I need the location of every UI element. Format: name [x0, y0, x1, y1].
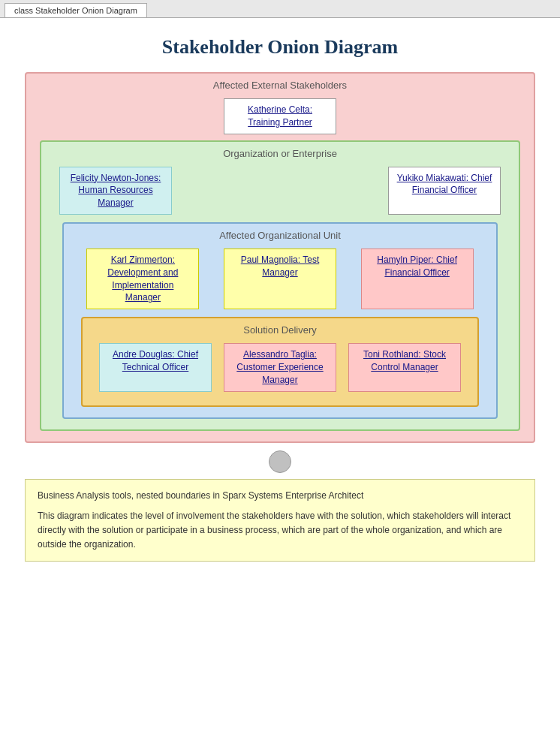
- layer-org-unit: Affected Organizational Unit Karl Zimmer…: [62, 222, 498, 419]
- stakeholder-toni[interactable]: Toni Rothland: Stock Control Manager: [348, 343, 461, 391]
- tab-bar: class Stakeholder Onion Diagram: [0, 0, 560, 18]
- stakeholder-felicity[interactable]: Felicity Newton-Jones: Human Resources M…: [59, 167, 172, 215]
- notes-body: This diagram indicates the level of invo…: [38, 509, 522, 553]
- solution-label: Solution Delivery: [93, 324, 467, 336]
- stakeholder-paul[interactable]: Paul Magnolia: Test Manager: [224, 249, 336, 309]
- stakeholder-katherine[interactable]: Katherine Celta: Training Partner: [224, 98, 336, 134]
- solution-row: Andre Douglas: Chief Technical Officer A…: [93, 343, 467, 391]
- stakeholder-karl[interactable]: Karl Zimmerton: Development and Implemen…: [86, 249, 199, 309]
- stakeholder-yukiko[interactable]: Yukiko Miakawati: Chief Financial Office…: [388, 167, 501, 215]
- diagram-tab[interactable]: class Stakeholder Onion Diagram: [5, 3, 147, 17]
- org-unit-label: Affected Organizational Unit: [74, 230, 486, 241]
- layer-solution: Solution Delivery Andre Douglas: Chief T…: [81, 317, 479, 406]
- divider-handle[interactable]: [269, 450, 291, 473]
- notes-box: Business Analysis tools, nested boundari…: [25, 479, 535, 562]
- page: class Stakeholder Onion Diagram Stakehol…: [0, 0, 560, 741]
- org-label: Organization or Enterprise: [52, 148, 508, 159]
- layer-org: Organization or Enterprise Felicity Newt…: [40, 140, 520, 431]
- layer-external: Affected External Stakeholders Katherine…: [25, 72, 535, 443]
- stakeholder-alessandro[interactable]: Alessandro Taglia: Customer Experience M…: [224, 343, 336, 391]
- main-content: Stakeholder Onion Diagram Affected Exter…: [0, 18, 560, 741]
- stakeholder-hamyln[interactable]: Hamyln Piper: Chief Financial Officer: [361, 249, 474, 309]
- notes-title: Business Analysis tools, nested boundari…: [38, 489, 522, 503]
- org-row: Felicity Newton-Jones: Human Resources M…: [52, 167, 508, 215]
- external-label: Affected External Stakeholders: [37, 80, 523, 91]
- stakeholder-andre[interactable]: Andre Douglas: Chief Technical Officer: [99, 343, 212, 391]
- org-unit-row: Karl Zimmerton: Development and Implemen…: [74, 249, 486, 309]
- external-row: Katherine Celta: Training Partner: [37, 98, 523, 134]
- diagram-title: Stakeholder Onion Diagram: [162, 36, 398, 59]
- divider-area: [15, 450, 545, 473]
